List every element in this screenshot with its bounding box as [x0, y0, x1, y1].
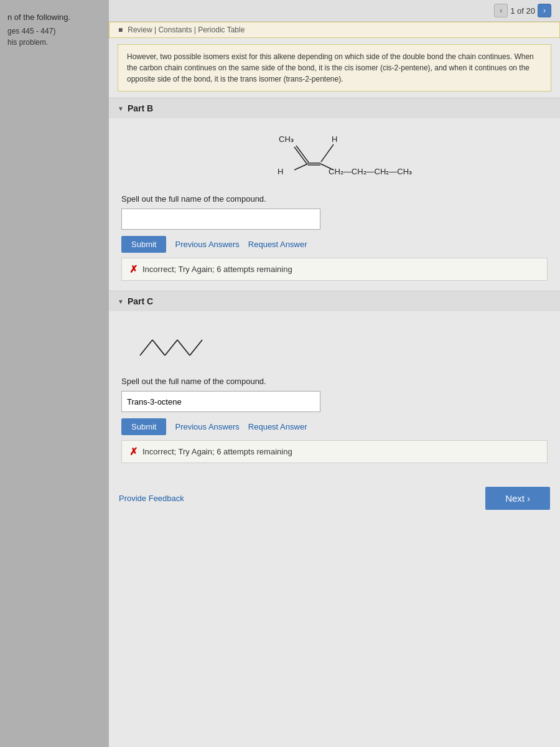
chain-label: CH₂—CH₂—CH₂—CH₃	[329, 167, 412, 176]
part-c-molecule-svg	[134, 321, 215, 368]
part-b-arrow-icon: ▼	[118, 105, 124, 112]
provide-feedback-link[interactable]: Provide Feedback	[119, 494, 184, 503]
part-c-previous-answers-link[interactable]: Previous Answers	[175, 422, 239, 431]
part-c-submit-button[interactable]: Submit	[121, 418, 166, 435]
part-b-answer-input[interactable]	[121, 209, 320, 230]
part-b-label: Part B	[128, 103, 153, 113]
part-b-feedback-text: Incorrect; Try Again; 6 attempts remaini…	[142, 265, 292, 274]
info-box-text: However, two possible isomers exist for …	[127, 52, 534, 83]
part-b-body: CH₃ H H CH₂—CH₂—CH₂—CH₃	[109, 118, 560, 291]
page-count: 1 of 20	[510, 6, 535, 16]
ch3-label-top: CH₃	[279, 134, 294, 144]
sidebar-problem: his problem.	[7, 38, 101, 47]
part-b-structure: CH₃ H H CH₂—CH₂—CH₂—CH₃	[121, 129, 548, 186]
part-b-submit-button[interactable]: Submit	[121, 236, 166, 253]
svg-line-9	[165, 340, 177, 355]
part-b-container: ▼ Part B CH₃ H	[109, 98, 560, 291]
part-b-molecule-svg: CH₃ H H CH₂—CH₂—CH₂—CH₃	[241, 129, 428, 186]
svg-line-10	[177, 340, 190, 355]
next-button[interactable]: Next ›	[485, 487, 550, 510]
book-icon: ■	[118, 26, 123, 34]
sidebar: n of the following. ges 445 - 447) his p…	[0, 0, 109, 747]
part-c-request-answer-link[interactable]: Request Answer	[248, 422, 307, 431]
top-bar: ‹ 1 of 20 ›	[109, 0, 560, 22]
page-navigation: ‹ 1 of 20 ›	[494, 4, 551, 17]
part-b-feedback-x-icon: ✗	[129, 263, 138, 275]
part-b-submit-row: Submit Previous Answers Request Answer	[121, 236, 548, 253]
svg-line-8	[152, 340, 165, 355]
svg-line-0	[294, 147, 307, 164]
content-area: ‹ 1 of 20 › ■ Review | Constants | Perio…	[109, 0, 560, 747]
part-b-request-answer-link[interactable]: Request Answer	[248, 240, 307, 249]
h-label-bottom: H	[278, 167, 283, 176]
part-c-instruction: Spell out the full name of the compound.	[121, 377, 548, 386]
part-c-submit-row: Submit Previous Answers Request Answer	[121, 418, 548, 435]
part-c-arrow-icon: ▼	[118, 298, 124, 305]
info-box: However, two possible isomers exist for …	[118, 44, 551, 92]
h-label-top: H	[332, 134, 337, 144]
sidebar-instruction: n of the following.	[7, 12, 101, 22]
part-b-feedback-box: ✗ Incorrect; Try Again; 6 attempts remai…	[121, 258, 548, 281]
part-c-feedback-box: ✗ Incorrect; Try Again; 6 attempts remai…	[121, 440, 548, 463]
part-c-structure	[121, 321, 548, 368]
review-bar: ■ Review | Constants | Periodic Table	[109, 22, 560, 38]
part-b-previous-answers-link[interactable]: Previous Answers	[175, 240, 239, 249]
svg-line-1	[296, 146, 309, 162]
svg-line-5	[294, 164, 308, 170]
next-page-button[interactable]: ›	[538, 4, 551, 17]
part-c-answer-input[interactable]	[121, 391, 320, 412]
svg-line-7	[140, 340, 152, 355]
part-c-header[interactable]: ▼ Part C	[109, 291, 560, 311]
sidebar-pages: ges 445 - 447)	[7, 27, 101, 35]
part-c-feedback-x-icon: ✗	[129, 446, 138, 458]
next-chevron-icon: ›	[527, 493, 530, 504]
prev-page-button[interactable]: ‹	[494, 4, 508, 17]
main-container: n of the following. ges 445 - 447) his p…	[0, 0, 560, 747]
svg-line-11	[190, 340, 202, 355]
footer: Provide Feedback Next ›	[109, 479, 560, 517]
review-bar-label[interactable]: Review | Constants | Periodic Table	[128, 26, 245, 34]
svg-line-2	[321, 144, 334, 162]
part-c-label: Part C	[128, 296, 153, 306]
part-c-feedback-text: Incorrect; Try Again; 6 attempts remaini…	[142, 447, 292, 456]
part-b-header[interactable]: ▼ Part B	[109, 98, 560, 118]
part-c-container: ▼ Part C Spell out the full name of the …	[109, 291, 560, 473]
part-b-instruction: Spell out the full name of the compound.	[121, 194, 548, 204]
part-c-body: Spell out the full name of the compound.…	[109, 311, 560, 473]
